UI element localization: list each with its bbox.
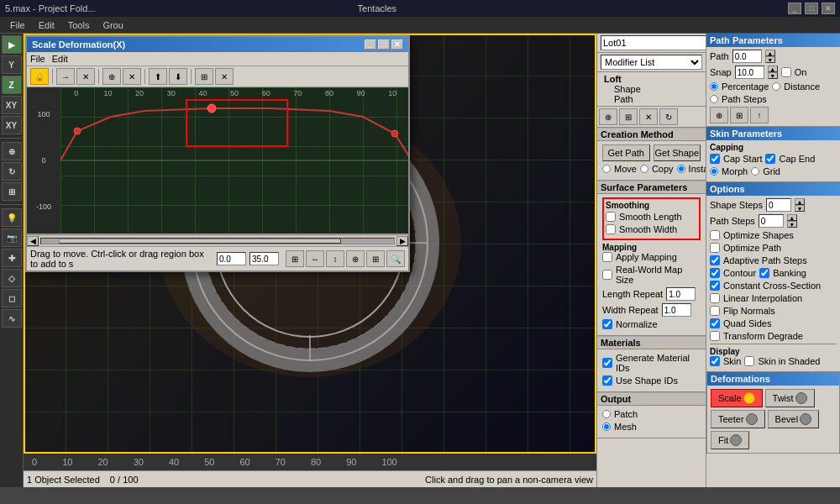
lot-name-input[interactable]: [601, 35, 706, 50]
path-steps-radio[interactable]: [710, 95, 718, 103]
sd-t3[interactable]: ↕: [326, 250, 344, 267]
tool-scale[interactable]: ⊞: [2, 182, 22, 201]
skin-display-cb[interactable]: [710, 356, 720, 366]
copy-radio[interactable]: [640, 165, 648, 173]
mesh-radio[interactable]: [602, 423, 611, 431]
tool-y[interactable]: Y: [2, 55, 22, 74]
scale-deform-window-controls[interactable]: _ □ ✕: [365, 39, 403, 50]
menu-file[interactable]: File: [3, 20, 32, 30]
tool-cam[interactable]: 📷: [2, 228, 22, 247]
sd-tool-delete[interactable]: ✕: [123, 68, 141, 85]
opt-path-cb[interactable]: [710, 243, 720, 253]
ps-up[interactable]: ▲: [787, 214, 797, 221]
grid-radio[interactable]: [751, 167, 759, 176]
tool-z[interactable]: Z: [2, 76, 22, 94]
loft-icon2[interactable]: ⊞: [619, 108, 638, 125]
close-btn[interactable]: ✕: [822, 3, 835, 14]
adapt-path-cb[interactable]: [710, 255, 720, 265]
length-repeat-input[interactable]: [666, 287, 696, 301]
fit-btn[interactable]: Fit: [711, 431, 749, 449]
menu-tools[interactable]: Tools: [61, 20, 97, 30]
instance-radio[interactable]: [677, 165, 685, 173]
modifier-select[interactable]: Modifier List: [601, 55, 702, 70]
scroll-right[interactable]: ▶: [396, 236, 408, 246]
loft-icon3[interactable]: ✕: [639, 108, 658, 125]
smooth-length-cb[interactable]: [606, 212, 616, 222]
snap-on-cb[interactable]: [781, 67, 791, 77]
tool-select[interactable]: ▶: [2, 35, 22, 54]
gen-mat-cb[interactable]: [602, 358, 612, 368]
snap-up[interactable]: ▲: [768, 66, 778, 72]
snap-down[interactable]: ▼: [768, 72, 778, 79]
sd-tool-sym2[interactable]: ⬇: [169, 68, 187, 85]
loft-shape[interactable]: Shape: [604, 84, 699, 94]
tool-light[interactable]: 💡: [2, 208, 22, 227]
loft-path[interactable]: Path: [604, 94, 699, 104]
snap-input[interactable]: [735, 66, 764, 79]
sd-menu-file[interactable]: File: [30, 54, 45, 64]
scrollbar-thumb[interactable]: [59, 239, 341, 244]
materials-header[interactable]: Materials: [597, 336, 706, 349]
path-icon1[interactable]: ⊕: [710, 107, 728, 123]
sd-t5[interactable]: ⊞: [366, 250, 385, 267]
const-cross-cb[interactable]: [710, 281, 720, 291]
graph-input1[interactable]: [217, 252, 246, 265]
patch-radio[interactable]: [602, 410, 611, 418]
sd-tool-insert[interactable]: ⊕: [102, 68, 121, 85]
tool-xy[interactable]: XY: [2, 96, 22, 114]
tool-geo[interactable]: ◻: [2, 289, 22, 307]
sd-close[interactable]: ✕: [391, 39, 403, 50]
tool-move[interactable]: ⊕: [2, 142, 22, 160]
teeter-btn[interactable]: Teeter: [711, 410, 765, 428]
real-world-cb[interactable]: [602, 270, 612, 280]
graph-input2[interactable]: [249, 252, 279, 265]
sd-t1[interactable]: ⊞: [286, 250, 304, 267]
scale-btn[interactable]: Scale: [711, 389, 763, 407]
shape-ids-cb[interactable]: [602, 375, 612, 386]
smooth-width-cb[interactable]: [606, 224, 616, 234]
path-up[interactable]: ▲: [765, 50, 775, 56]
tool-rotate[interactable]: ↻: [2, 162, 22, 181]
skin-shaded-cb[interactable]: [744, 356, 754, 366]
cap-start-cb[interactable]: [710, 154, 720, 164]
surface-params-header[interactable]: Surface Parameters: [597, 181, 706, 194]
opt-shapes-cb[interactable]: [710, 230, 720, 240]
morph-radio[interactable]: [710, 167, 718, 176]
tool-shape[interactable]: ◇: [2, 269, 22, 287]
loft-icon4[interactable]: ↻: [659, 108, 678, 125]
sd-tool-sym[interactable]: ⬆: [149, 68, 167, 85]
linear-interp-cb[interactable]: [710, 293, 720, 303]
shape-steps-spinner[interactable]: ▲ ▼: [795, 198, 805, 212]
sd-minimize[interactable]: _: [365, 39, 376, 50]
path-steps-opt-spinner[interactable]: ▲ ▼: [787, 214, 797, 228]
path-icon3[interactable]: ↑: [750, 107, 769, 123]
percentage-radio[interactable]: [710, 82, 718, 91]
apply-mapping-cb[interactable]: [602, 252, 612, 262]
sd-t2[interactable]: ↔: [306, 250, 324, 267]
sd-tool-lock[interactable]: 🔒: [30, 68, 49, 85]
path-spinner[interactable]: ▲ ▼: [765, 50, 775, 63]
width-repeat-input[interactable]: [662, 303, 691, 317]
sd-t4[interactable]: ⊕: [346, 250, 365, 267]
ss-up[interactable]: ▲: [795, 198, 805, 205]
loft-icon1[interactable]: ⊕: [599, 108, 617, 125]
twist-btn[interactable]: Twist: [765, 389, 815, 407]
maximize-btn[interactable]: □: [805, 3, 818, 14]
scrollbar-track[interactable]: [40, 238, 395, 244]
cap-end-cb[interactable]: [765, 154, 775, 164]
menu-edit[interactable]: Edit: [32, 20, 61, 30]
sd-tool-cross[interactable]: ✕: [76, 68, 95, 85]
tool-nurbs[interactable]: ∿: [2, 309, 22, 328]
scale-deform-titlebar[interactable]: Scale Deformation(X) _ □ ✕: [27, 37, 408, 52]
path-input[interactable]: [732, 50, 762, 63]
contour-cb[interactable]: [710, 268, 720, 278]
bevel-btn[interactable]: Bevel: [768, 410, 820, 428]
normalize-cb[interactable]: [602, 319, 612, 329]
window-controls[interactable]: _ □ ✕: [788, 3, 835, 14]
creation-method-header[interactable]: Creation Method: [597, 128, 706, 141]
output-header[interactable]: Output: [597, 392, 706, 406]
snap-spinner[interactable]: ▲ ▼: [768, 66, 778, 79]
viewport-3d[interactable]: Scale Deformation(X) _ □ ✕ File Edit 🔒: [24, 34, 596, 454]
sd-tool-x[interactable]: ✕: [215, 68, 234, 85]
shape-steps-input[interactable]: [766, 198, 791, 212]
